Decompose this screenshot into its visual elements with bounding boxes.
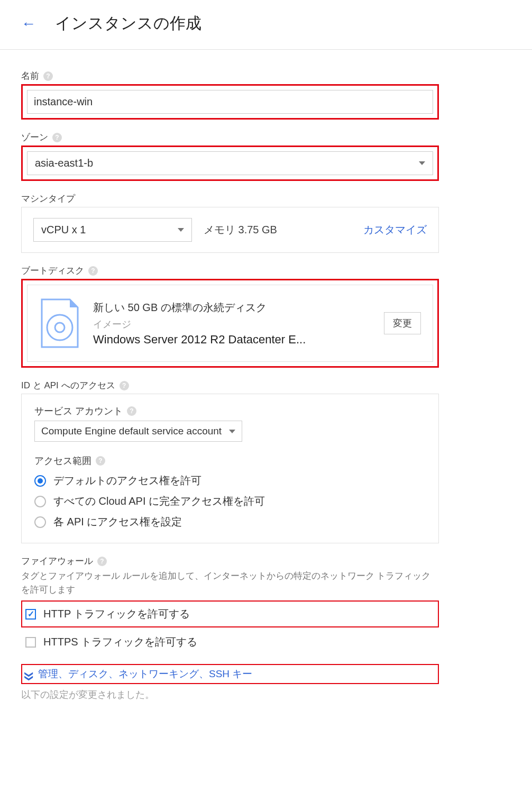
boot-label: ブートディスク ? <box>21 265 439 277</box>
service-account-label: サービス アカウント ? <box>34 405 426 417</box>
cpu-select[interactable]: vCPU x 1 <box>33 218 192 242</box>
svg-point-0 <box>47 315 72 340</box>
disk-icon <box>39 297 80 350</box>
zone-section: ゾーン ? asia-east1-b <box>21 131 439 181</box>
scope-option-label: すべての Cloud API に完全アクセス権を許可 <box>53 494 265 508</box>
chevron-down-icon <box>178 228 184 232</box>
boot-disk-desc: 新しい 50 GB の標準の永続ディスク <box>93 301 371 315</box>
back-arrow-icon[interactable]: ← <box>21 16 36 31</box>
api-box: サービス アカウント ? Compute Engine default serv… <box>21 394 439 543</box>
machine-section: マシンタイプ vCPU x 1 メモリ 3.75 GB カスタマイズ <box>21 193 439 253</box>
http-highlight: HTTP トラフィックを許可する <box>21 600 439 627</box>
double-chevron-down-icon: ❯❯ <box>24 670 34 678</box>
page-title: インスタンスの作成 <box>55 13 201 34</box>
boot-section: ブートディスク ? 新しい 50 GB の標準の永続ディスク イメージ Wind… <box>21 265 439 368</box>
checkbox-checked-icon[interactable] <box>25 609 36 620</box>
machine-label: マシンタイプ <box>21 193 439 205</box>
checkbox-unchecked-icon[interactable] <box>25 637 36 648</box>
scope-option-label: デフォルトのアクセス権を許可 <box>53 474 201 488</box>
radio-unchecked-icon[interactable] <box>34 516 46 528</box>
help-icon[interactable]: ? <box>88 266 98 276</box>
zone-label: ゾーン ? <box>21 131 439 143</box>
scope-label: アクセス範囲 ? <box>34 454 426 467</box>
radio-unchecked-icon[interactable] <box>34 496 46 507</box>
name-label-text: 名前 <box>21 70 39 82</box>
http-label: HTTP トラフィックを許可する <box>43 607 190 621</box>
scope-option-full[interactable]: すべての Cloud API に完全アクセス権を許可 <box>34 491 426 512</box>
help-icon[interactable]: ? <box>127 406 136 416</box>
zone-label-text: ゾーン <box>21 131 48 143</box>
chevron-down-icon <box>419 161 425 165</box>
api-section: ID と API へのアクセス ? サービス アカウント ? Compute E… <box>21 379 439 543</box>
zone-value: asia-east1-b <box>35 157 93 169</box>
radio-checked-icon[interactable] <box>34 475 46 487</box>
service-account-select[interactable]: Compute Engine default service account <box>34 421 242 442</box>
scope-option-perapi[interactable]: 各 API にアクセス権を設定 <box>34 512 426 532</box>
svg-point-1 <box>55 323 65 332</box>
expand-label: 管理、ディスク、ネットワーキング、SSH キー <box>38 667 252 681</box>
firewall-desc: タグとファイアウォール ルールを追加して、インターネットからの特定のネットワーク… <box>21 569 439 596</box>
help-icon[interactable]: ? <box>52 133 62 142</box>
boot-image-label: イメージ <box>93 318 371 331</box>
name-section: 名前 ? <box>21 70 439 120</box>
machine-box: vCPU x 1 メモリ 3.75 GB カスタマイズ <box>21 207 439 253</box>
boot-box: 新しい 50 GB の標準の永続ディスク イメージ Windows Server… <box>27 285 433 362</box>
boot-text: 新しい 50 GB の標準の永続ディスク イメージ Windows Server… <box>93 301 371 347</box>
scope-label-text: アクセス範囲 <box>34 454 91 467</box>
boot-image-value: Windows Server 2012 R2 Datacenter E... <box>93 333 371 347</box>
firewall-label-text: ファイアウォール <box>21 555 93 567</box>
api-label-text: ID と API へのアクセス <box>21 379 115 392</box>
name-highlight <box>21 84 439 120</box>
memory-label: メモリ 3.75 GB <box>204 223 352 237</box>
name-label: 名前 ? <box>21 70 439 82</box>
cpu-value: vCPU x 1 <box>41 224 86 236</box>
api-label: ID と API へのアクセス ? <box>21 379 439 392</box>
chevron-down-icon <box>229 430 235 433</box>
https-checkbox-row[interactable]: HTTPS トラフィックを許可する <box>21 632 439 652</box>
expand-highlight: ❯❯ 管理、ディスク、ネットワーキング、SSH キー <box>21 664 439 684</box>
firewall-section: ファイアウォール ? タグとファイアウォール ルールを追加して、インターネットか… <box>21 555 439 652</box>
help-icon[interactable]: ? <box>43 71 53 81</box>
service-account-label-text: サービス アカウント <box>34 405 123 417</box>
scope-option-label: 各 API にアクセス権を設定 <box>53 515 182 529</box>
customize-link[interactable]: カスタマイズ <box>363 223 427 237</box>
boot-label-text: ブートディスク <box>21 265 84 277</box>
https-label: HTTPS トラフィックを許可する <box>43 635 197 649</box>
http-checkbox-row[interactable]: HTTP トラフィックを許可する <box>25 604 435 624</box>
boot-highlight: 新しい 50 GB の標準の永続ディスク イメージ Windows Server… <box>21 279 439 368</box>
page-header: ← インスタンスの作成 <box>0 0 532 50</box>
change-button[interactable]: 変更 <box>384 312 421 334</box>
help-icon[interactable]: ? <box>97 557 107 566</box>
zone-highlight: asia-east1-b <box>21 145 439 181</box>
changed-note: 以下の設定が変更されました。 <box>21 688 439 701</box>
help-icon[interactable]: ? <box>120 381 129 390</box>
help-icon[interactable]: ? <box>96 456 105 466</box>
service-account-value: Compute Engine default service account <box>41 425 222 437</box>
scope-option-default[interactable]: デフォルトのアクセス権を許可 <box>34 470 426 491</box>
name-input[interactable] <box>27 90 433 114</box>
expand-advanced-link[interactable]: ❯❯ 管理、ディスク、ネットワーキング、SSH キー <box>25 667 435 681</box>
create-form: 名前 ? ゾーン ? asia-east1-b マシンタイプ vCPU x 1 … <box>0 50 460 717</box>
firewall-label: ファイアウォール ? <box>21 555 439 567</box>
zone-select[interactable]: asia-east1-b <box>27 151 433 175</box>
